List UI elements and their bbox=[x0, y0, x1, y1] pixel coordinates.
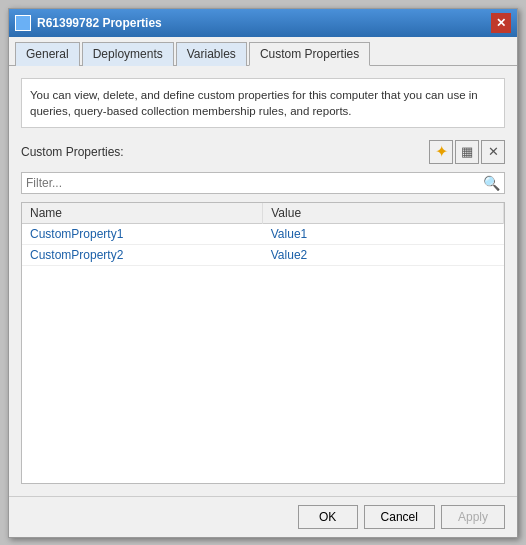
add-property-button[interactable]: ✦ bbox=[429, 140, 453, 164]
section-label: Custom Properties: bbox=[21, 145, 124, 159]
tab-bar: General Deployments Variables Custom Pro… bbox=[9, 37, 517, 66]
footer: OK Cancel Apply bbox=[9, 496, 517, 537]
row-value: Value1 bbox=[263, 223, 504, 244]
row-value: Value2 bbox=[263, 244, 504, 265]
table-header-row: Name Value bbox=[22, 203, 504, 224]
properties-table: Name Value CustomProperty1 Value1 Custom… bbox=[22, 203, 504, 266]
table-container: Name Value CustomProperty1 Value1 Custom… bbox=[21, 202, 505, 484]
window-icon bbox=[15, 15, 31, 31]
star-icon: ✦ bbox=[435, 142, 448, 161]
toolbar-buttons: ✦ ▦ ✕ bbox=[429, 140, 505, 164]
description-text: You can view, delete, and define custom … bbox=[30, 89, 478, 117]
col-name-header: Name bbox=[22, 203, 263, 224]
apply-button[interactable]: Apply bbox=[441, 505, 505, 529]
table-row[interactable]: CustomProperty1 Value1 bbox=[22, 223, 504, 244]
tab-variables[interactable]: Variables bbox=[176, 42, 247, 66]
tab-deployments[interactable]: Deployments bbox=[82, 42, 174, 66]
section-header: Custom Properties: ✦ ▦ ✕ bbox=[21, 140, 505, 164]
row-name: CustomProperty1 bbox=[22, 223, 263, 244]
filter-row: 🔍 bbox=[21, 172, 505, 194]
title-bar-left: R61399782 Properties bbox=[15, 15, 162, 31]
search-icon: 🔍 bbox=[483, 175, 500, 191]
ok-button[interactable]: OK bbox=[298, 505, 358, 529]
row-name: CustomProperty2 bbox=[22, 244, 263, 265]
properties-window: R61399782 Properties ✕ General Deploymen… bbox=[8, 8, 518, 538]
tab-general[interactable]: General bbox=[15, 42, 80, 66]
tab-custom-properties[interactable]: Custom Properties bbox=[249, 42, 370, 66]
filter-input[interactable] bbox=[26, 176, 483, 190]
table-row[interactable]: CustomProperty2 Value2 bbox=[22, 244, 504, 265]
window-title: R61399782 Properties bbox=[37, 16, 162, 30]
x-icon: ✕ bbox=[488, 144, 499, 159]
content-area: You can view, delete, and define custom … bbox=[9, 66, 517, 496]
col-value-header: Value bbox=[263, 203, 504, 224]
title-bar: R61399782 Properties ✕ bbox=[9, 9, 517, 37]
grid-icon: ▦ bbox=[461, 144, 473, 159]
table-body: CustomProperty1 Value1 CustomProperty2 V… bbox=[22, 223, 504, 265]
remove-property-button[interactable]: ✕ bbox=[481, 140, 505, 164]
grid-button[interactable]: ▦ bbox=[455, 140, 479, 164]
description-box: You can view, delete, and define custom … bbox=[21, 78, 505, 128]
cancel-button[interactable]: Cancel bbox=[364, 505, 435, 529]
close-button[interactable]: ✕ bbox=[491, 13, 511, 33]
